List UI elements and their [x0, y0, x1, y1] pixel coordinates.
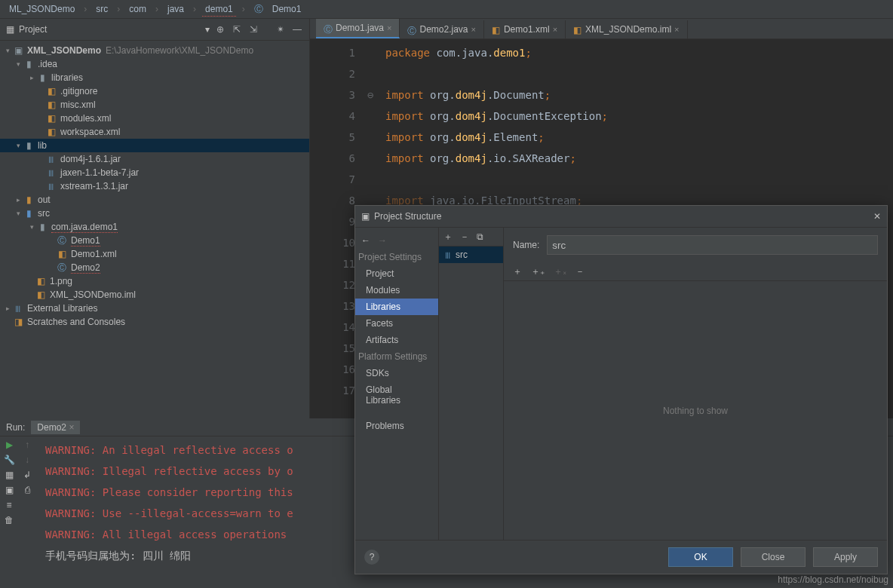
tree-demo1-class[interactable]: ⒸDemo1: [0, 234, 309, 247]
editor-tabs: ⒸDemo1.java× ⒸDemo2.java× ◧Demo1.xml× ◧X…: [310, 19, 893, 39]
tree-external-libraries[interactable]: ▸⫼External Libraries: [0, 302, 309, 315]
breadcrumb-java[interactable]: java: [164, 2, 187, 16]
project-tool-window: ▦ Project ▾ ⊕ ⇱ ⇲ ✴ — ▾▣XML_JSONDemoE:\J…: [0, 19, 310, 418]
fold-icon[interactable]: ⊖: [367, 84, 373, 106]
close-icon[interactable]: ×: [553, 25, 557, 34]
class-icon: Ⓒ: [407, 25, 416, 34]
tab-demo2[interactable]: ⒸDemo2.java×: [400, 20, 483, 38]
gear-icon[interactable]: ✴: [275, 23, 287, 35]
close-icon[interactable]: ×: [387, 23, 391, 32]
breadcrumb-root[interactable]: ML_JSONDemo: [6, 2, 78, 16]
collapse-all-icon[interactable]: ⇲: [247, 23, 259, 35]
nav-problems[interactable]: Problems: [355, 418, 438, 434]
run-title: Run:: [6, 422, 25, 433]
layout-icon[interactable]: ▦: [5, 470, 14, 480]
wrap-icon[interactable]: ↲: [23, 470, 31, 480]
run-tab[interactable]: Demo2 ×: [31, 421, 80, 434]
nav-sdks[interactable]: SDKs: [355, 365, 438, 381]
tab-iml[interactable]: ◧XML_JSONDemo.iml×: [566, 20, 687, 38]
tree-idea[interactable]: ▾▮.idea: [0, 57, 309, 71]
tool-icon[interactable]: 🔧: [4, 455, 15, 465]
tree-package[interactable]: ▾▮com.java.demo1: [0, 220, 309, 234]
remove-icon[interactable]: －: [460, 231, 469, 243]
dialog-title: Project Structure: [374, 211, 869, 222]
tree-src[interactable]: ▾▮src: [0, 207, 309, 220]
tree-png[interactable]: ◧1.png: [0, 274, 309, 288]
copy-icon[interactable]: ⧉: [477, 231, 483, 242]
close-icon[interactable]: ×: [674, 25, 679, 34]
nav-modules[interactable]: Modules: [355, 282, 438, 299]
tree-out[interactable]: ▸▮out: [0, 193, 309, 207]
project-panel-title[interactable]: Project: [19, 24, 201, 35]
tree-modulesxml[interactable]: ◧modules.xml: [0, 112, 309, 125]
locate-icon[interactable]: ⊕: [214, 23, 226, 35]
tab-demo1xml[interactable]: ◧Demo1.xml×: [484, 20, 566, 38]
up-icon[interactable]: ↑: [25, 439, 29, 450]
close-icon[interactable]: ✕: [873, 211, 881, 222]
tree-gitignore[interactable]: ◧.gitignore: [0, 84, 309, 98]
tree-workspacexml[interactable]: ◧workspace.xml: [0, 125, 309, 139]
close-icon[interactable]: ×: [69, 422, 74, 433]
trash-icon[interactable]: 🗑: [5, 515, 14, 525]
add-attach-icon[interactable]: ＋₊: [531, 265, 545, 278]
tree-demo2-class[interactable]: ⒸDemo2: [0, 261, 309, 274]
tree-jaxen-jar[interactable]: ⫼jaxen-1.1-beta-7.jar: [0, 166, 309, 179]
apply-button[interactable]: Apply: [813, 547, 878, 567]
close-icon[interactable]: ×: [471, 25, 476, 34]
nav-artifacts[interactable]: Artifacts: [355, 332, 438, 348]
breadcrumb-com[interactable]: com: [126, 2, 149, 16]
tab-demo1[interactable]: ⒸDemo1.java×: [316, 19, 400, 38]
tree-xstream-jar[interactable]: ⫼xstream-1.3.1.jar: [0, 179, 309, 193]
name-label: Name:: [513, 240, 539, 250]
add-icon[interactable]: ＋: [513, 265, 522, 278]
tree-scratches[interactable]: ◨Scratches and Consoles: [0, 315, 309, 329]
breadcrumb-class[interactable]: Demo1: [269, 2, 305, 16]
chevron-right-icon: ›: [81, 2, 90, 16]
breadcrumb-demo1[interactable]: demo1: [202, 2, 236, 17]
project-tree[interactable]: ▾▣XML_JSONDemoE:\JavaHomework\XML_JSONDe…: [0, 41, 309, 418]
xml-icon: ◧: [492, 25, 501, 34]
watermark: https://blog.csdn.net/noibug: [778, 574, 888, 585]
tree-miscxml[interactable]: ◧misc.xml: [0, 98, 309, 112]
tree-iml[interactable]: ◧XML_JSONDemo.iml: [0, 288, 309, 302]
tree-demo1-xml[interactable]: ◧Demo1.xml: [0, 247, 309, 261]
class-icon: Ⓒ: [324, 23, 333, 32]
remove-icon[interactable]: －: [575, 265, 585, 278]
expand-all-icon[interactable]: ⇱: [231, 23, 243, 35]
chevron-right-icon: ›: [114, 2, 123, 16]
dropdown-icon[interactable]: ▾: [205, 24, 210, 35]
print-icon[interactable]: ⎙: [25, 485, 30, 495]
breadcrumb: ML_JSONDemo › src › com › java › demo1 ›…: [6, 2, 304, 17]
breadcrumb-bar: ML_JSONDemo › src › com › java › demo1 ›…: [0, 0, 893, 19]
nav-libraries[interactable]: Libraries: [355, 299, 438, 315]
library-name-input[interactable]: [547, 235, 878, 255]
run-toolbar-left2: ↑ ↓ ↲ ⎙: [18, 436, 36, 569]
nav-global-libraries[interactable]: Global Libraries: [355, 381, 438, 409]
pin-icon[interactable]: ▣: [5, 485, 14, 495]
nav-heading-platform: Platform Settings: [355, 348, 438, 365]
nav-facets[interactable]: Facets: [355, 315, 438, 332]
library-item-src[interactable]: ⫼src: [439, 247, 503, 263]
dump-icon[interactable]: ≡: [6, 500, 11, 510]
forward-icon[interactable]: →: [378, 235, 387, 246]
add-exclude-icon[interactable]: ＋ₓ: [554, 265, 566, 278]
help-icon[interactable]: ?: [364, 550, 379, 565]
tree-libraries-folder[interactable]: ▸▮libraries: [0, 71, 309, 84]
nav-project[interactable]: Project: [355, 265, 438, 282]
rerun-icon[interactable]: ▶: [6, 439, 13, 450]
dialog-detail: Name: ＋ ＋₊ ＋ₓ － Nothing to show: [504, 228, 887, 540]
back-icon[interactable]: ←: [361, 235, 370, 246]
chevron-right-icon: ›: [152, 2, 161, 16]
chevron-right-icon: ›: [239, 2, 248, 16]
ok-button[interactable]: OK: [668, 547, 733, 567]
tree-dom4j-jar[interactable]: ⫼dom4j-1.6.1.jar: [0, 152, 309, 166]
close-button[interactable]: Close: [741, 547, 806, 567]
tree-lib[interactable]: ▾▮lib: [0, 139, 309, 152]
down-icon[interactable]: ↓: [25, 455, 29, 465]
library-icon: ⫼: [443, 250, 453, 260]
tree-project-root[interactable]: ▾▣XML_JSONDemoE:\JavaHomework\XML_JSONDe…: [0, 44, 309, 57]
breadcrumb-src[interactable]: src: [93, 2, 111, 16]
project-view-icon: ▦: [6, 24, 14, 35]
hide-icon[interactable]: —: [291, 23, 303, 35]
add-icon[interactable]: ＋: [443, 231, 453, 243]
